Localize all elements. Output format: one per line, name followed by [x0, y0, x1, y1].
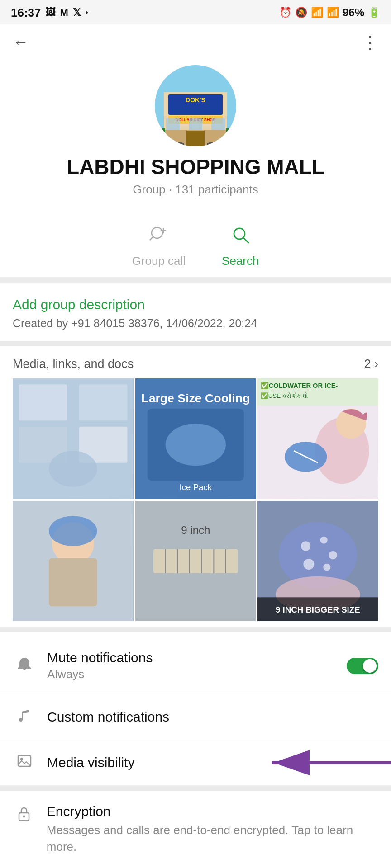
- time-display: 16:37: [11, 6, 41, 20]
- avatar[interactable]: DOK'S DOLLAR GIFT SHOP: [155, 65, 236, 146]
- group-name: LABDHI SHOPPING MALL: [57, 155, 334, 179]
- svg-rect-14: [226, 128, 229, 137]
- svg-rect-43: [153, 549, 238, 573]
- media-grid: Large Size Cooling Ice Pack ✅COLDWATER O…: [13, 378, 378, 621]
- encryption-section[interactable]: Encryption Messages and calls are end-to…: [0, 791, 391, 868]
- group-meta: Group · 131 participants: [133, 183, 258, 197]
- svg-line-18: [243, 238, 248, 243]
- mute-notifications-title: Mute notifications: [47, 650, 347, 665]
- svg-text:Ice Pack: Ice Pack: [179, 482, 212, 492]
- divider-1: [0, 277, 391, 283]
- svg-point-53: [301, 541, 310, 551]
- svg-point-40: [49, 516, 97, 546]
- svg-point-55: [329, 551, 338, 559]
- svg-text:9 INCH BIGGER SIZE: 9 INCH BIGGER SIZE: [276, 604, 360, 614]
- group-call-button[interactable]: Group call: [132, 224, 186, 268]
- custom-notifications-content: Custom notifications: [47, 709, 378, 725]
- svg-text:Large Size Cooling: Large Size Cooling: [141, 392, 250, 405]
- svg-point-12: [207, 142, 220, 146]
- search-label: Search: [222, 254, 259, 268]
- status-time: 16:37 🖼 M 𝕏 •: [11, 6, 88, 20]
- svg-rect-8: [211, 118, 225, 130]
- mute-notifications-item[interactable]: Mute notifications Always: [0, 637, 391, 694]
- svg-rect-10: [186, 131, 205, 146]
- created-by-text: Created by +91 84015 38376, 14/06/2022, …: [13, 317, 378, 330]
- media-thumbnail[interactable]: 9 INCH BIGGER SIZE: [257, 501, 378, 622]
- svg-point-66: [23, 816, 25, 818]
- svg-rect-21: [79, 384, 128, 420]
- wifi-icon: 📶: [311, 7, 323, 19]
- alarm-icon: ⏰: [279, 7, 291, 19]
- photo-icon: 🖼: [46, 7, 56, 19]
- media-thumbnail[interactable]: [13, 501, 134, 622]
- svg-rect-41: [49, 558, 97, 606]
- svg-point-54: [320, 536, 328, 543]
- svg-point-56: [304, 559, 315, 570]
- encryption-content: Encryption Messages and calls are end-to…: [47, 804, 378, 855]
- media-thumbnail[interactable]: Large Size Cooling Ice Pack: [135, 378, 256, 499]
- svg-point-57: [324, 563, 331, 571]
- settings-section: Mute notifications Always Custom notific…: [0, 637, 391, 786]
- signal-icon: 📶: [327, 7, 339, 19]
- svg-point-28: [165, 424, 225, 466]
- battery-display: 96%: [343, 6, 364, 19]
- media-title: Media, links, and docs: [13, 357, 134, 371]
- svg-rect-13: [162, 128, 165, 137]
- media-thumbnail[interactable]: ✅COLDWATER OR ICE- ✅USE કરો શેક ઘો: [257, 378, 378, 499]
- svg-point-24: [49, 451, 97, 487]
- media-thumbnail[interactable]: [13, 378, 134, 499]
- divider-2: [0, 341, 391, 346]
- toggle-thumb: [363, 659, 377, 673]
- twitter-icon: 𝕏: [73, 7, 81, 19]
- group-call-label: Group call: [132, 254, 186, 268]
- custom-notifications-title: Custom notifications: [47, 709, 378, 725]
- page-header: ← ⋮: [0, 24, 391, 61]
- media-section: Media, links, and docs 2 › Large Size Co…: [0, 346, 391, 621]
- phone-add-icon: [148, 224, 170, 250]
- status-right-icons: ⏰ 🔕 📶 📶 96% 🔋: [279, 6, 380, 19]
- encryption-title: Encryption: [47, 804, 378, 819]
- divider-4: [0, 786, 391, 791]
- search-button[interactable]: Search: [222, 224, 259, 268]
- svg-rect-20: [19, 384, 67, 420]
- profile-section: DOK'S DOLLAR GIFT SHOP LABDHI SHOPPING M…: [0, 61, 391, 210]
- arrow-annotation: [264, 749, 391, 776]
- description-section: Add group description Created by +91 840…: [0, 283, 391, 341]
- search-icon: [229, 224, 251, 250]
- mail-icon: M: [60, 7, 68, 19]
- image-icon: [13, 753, 36, 773]
- svg-rect-6: [166, 118, 180, 130]
- media-count[interactable]: 2 ›: [364, 357, 378, 371]
- more-options-button[interactable]: ⋮: [361, 32, 378, 52]
- encryption-subtitle: Messages and calls are end-to-end encryp…: [47, 822, 378, 855]
- media-thumbnail[interactable]: 9 inch: [135, 501, 256, 622]
- dot-indicator: •: [86, 9, 88, 17]
- status-bar: 16:37 🖼 M 𝕏 • ⏰ 🔕 📶 📶 96% 🔋: [0, 0, 391, 24]
- mute-notifications-subtitle: Always: [47, 667, 347, 681]
- media-header: Media, links, and docs 2 ›: [13, 357, 378, 371]
- svg-text:✅COLDWATER OR ICE-: ✅COLDWATER OR ICE-: [261, 382, 338, 390]
- custom-notifications-item[interactable]: Custom notifications: [0, 694, 391, 740]
- battery-icon: 🔋: [368, 7, 380, 19]
- svg-point-62: [20, 758, 23, 760]
- svg-text:DOK'S: DOK'S: [186, 96, 205, 104]
- svg-text:9 inch: 9 inch: [181, 524, 210, 536]
- action-buttons-row: Group call Search: [0, 210, 391, 277]
- music-note-icon: [13, 707, 36, 727]
- mute-notifications-content: Mute notifications Always: [47, 650, 347, 681]
- avatar-image: DOK'S DOLLAR GIFT SHOP: [155, 65, 236, 146]
- add-description-link[interactable]: Add group description: [13, 297, 378, 312]
- bell-icon: [13, 656, 36, 676]
- media-visibility-item[interactable]: Media visibility: [0, 740, 391, 786]
- mute-toggle[interactable]: [347, 658, 378, 674]
- svg-point-11: [171, 142, 184, 146]
- back-button[interactable]: ←: [13, 33, 29, 52]
- purple-arrow-svg: [264, 749, 391, 776]
- lock-icon: [13, 806, 36, 826]
- mute-icon: 🔕: [295, 7, 307, 19]
- svg-rect-7: [189, 118, 202, 130]
- divider-3: [0, 627, 391, 632]
- svg-text:✅USE કરો શેક ઘો: ✅USE કરો શેક ઘો: [261, 392, 308, 400]
